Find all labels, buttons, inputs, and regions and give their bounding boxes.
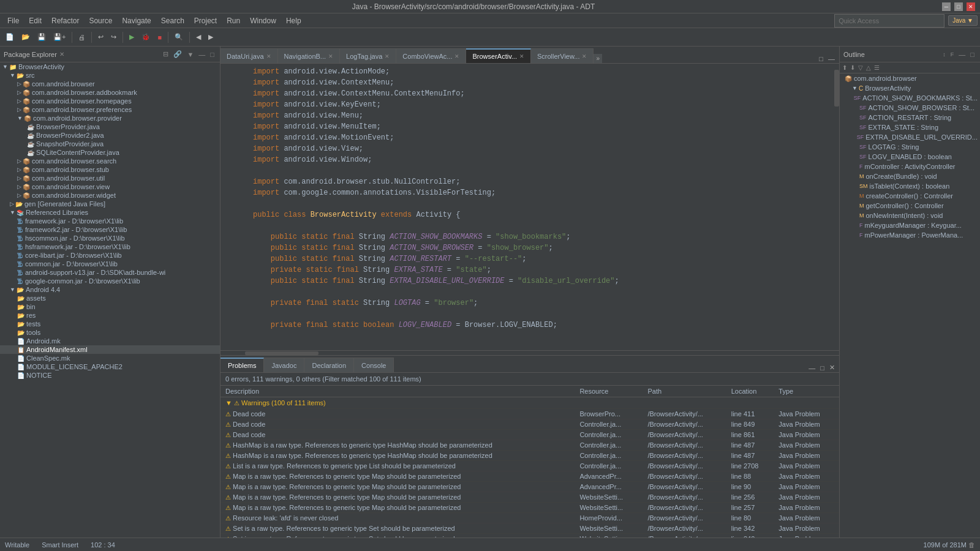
tab-close-btn[interactable]: ✕ [266, 53, 271, 59]
tree-item-com-android-browser[interactable]: ▷ 📦 com.android.browser [0, 80, 220, 88]
table-row[interactable]: ⚠ Map is a raw type. References to gener… [221, 471, 839, 482]
table-row[interactable]: ⚠ List is a raw type. References to gene… [221, 461, 839, 471]
open-button[interactable]: 📂 [18, 31, 33, 43]
problems-minimize[interactable]: — [807, 364, 817, 372]
tab-javadoc[interactable]: Javadoc [264, 358, 304, 372]
outline-minimize[interactable]: — [957, 50, 967, 59]
tree-item-notice[interactable]: 📄 NOTICE [0, 371, 220, 380]
pkg-menu[interactable]: ▼ [185, 50, 195, 59]
table-row[interactable]: ⚠ Set is a raw type. References to gener… [221, 523, 839, 534]
outline-item-field[interactable]: SF EXTRA_DISABLE_URL_OVERRID... [840, 132, 980, 142]
tree-item-sqlitecontentprovider[interactable]: ☕ SQLiteContentProvider.java [0, 148, 220, 157]
tab-comboviewac[interactable]: ComboViewAc... ✕ [396, 48, 466, 63]
tree-item-browserprovider[interactable]: ☕ BrowserProvider.java [0, 122, 220, 131]
save-all-button[interactable]: 💾+ [50, 31, 69, 43]
pkg-collapse-all[interactable]: ⊟ [161, 50, 170, 59]
tree-item-res[interactable]: 📂 res [0, 311, 220, 320]
outline-btn-4[interactable]: △ [865, 64, 872, 72]
new-button[interactable]: 📄 [2, 31, 17, 43]
table-row[interactable]: ⚠ Map is a raw type. References to gener… [221, 482, 839, 492]
outline-item-field[interactable]: SF ACTION_RESTART : String [840, 113, 980, 122]
redo-button[interactable]: ↪ [108, 31, 119, 43]
run-button[interactable]: ▶ [126, 31, 137, 43]
search-button[interactable]: 🔍 [172, 31, 186, 43]
tab-problems[interactable]: Problems [221, 358, 264, 372]
tree-item-androidmanifest[interactable]: 📋 AndroidManifest.xml [0, 345, 220, 354]
pkg-maximize[interactable]: □ [208, 50, 216, 59]
menu-project[interactable]: Project [189, 15, 222, 26]
editor-hscrollbar[interactable] [221, 350, 839, 355]
maximize-button[interactable]: □ [954, 2, 963, 11]
java-perspective-button[interactable]: Java ▼ [948, 15, 978, 26]
forward-button[interactable]: ▶ [205, 31, 216, 43]
outline-item-field[interactable]: F mPowerManager : PowerMana... [840, 230, 980, 240]
tree-item-homepages[interactable]: ▷ 📦 com.android.browser.homepages [0, 97, 220, 105]
outline-item-field[interactable]: F mKeyguardManager : Keyguar... [840, 220, 980, 230]
editor-scrollbar-track[interactable] [834, 64, 839, 350]
table-row[interactable]: ⚠ HashMap is a raw type. References to g… [221, 451, 839, 461]
tab-console[interactable]: Console [354, 358, 394, 372]
outline-item-class[interactable]: ▼ C BrowserActivity [840, 83, 980, 93]
tab-logtag[interactable]: LogTag.java ✕ [340, 48, 396, 63]
tab-dataurij[interactable]: DataUri.java ✕ [221, 48, 278, 63]
tree-item-widget[interactable]: ▷ 📦 com.android.browser.widget [0, 191, 220, 200]
menu-window[interactable]: Window [245, 15, 281, 26]
outline-item-package[interactable]: 📦 com.android.browser [840, 73, 980, 83]
tree-item-cleanspec[interactable]: 📄 CleanSpec.mk [0, 354, 220, 362]
tree-item-addbookmark[interactable]: ▷ 📦 com.android.browser.addbookmark [0, 88, 220, 97]
tree-item-googlecommon-jar[interactable]: 🗜 google-common.jar - D:\browser\X1\lib [0, 277, 220, 285]
outline-item-field[interactable]: SF LOGV_ENABLED : boolean [840, 152, 980, 162]
tree-item-src[interactable]: ▼ 📂 src [0, 71, 220, 80]
code-editor[interactable]: import android.view.ActionMode; import a… [221, 64, 839, 350]
tab-close-btn[interactable]: ✕ [582, 53, 587, 59]
outline-btn-2[interactable]: ⬇ [849, 64, 856, 72]
outline-btn-5[interactable]: ☰ [873, 64, 881, 72]
menu-run[interactable]: Run [222, 15, 245, 26]
table-row[interactable]: ⚠ Dead code Controller.ja... /BrowserAct… [221, 419, 839, 430]
tree-item-util[interactable]: ▷ 📦 com.android.browser.util [0, 174, 220, 182]
tree-item-android44[interactable]: ▼ 📂 Android 4.4 [0, 285, 220, 294]
tree-item-framework2-jar[interactable]: 🗜 framework2.jar - D:\browser\X1\lib [0, 225, 220, 234]
tree-item-androidmk[interactable]: 📄 Android.mk [0, 337, 220, 345]
tree-item-snapshotprovider[interactable]: ☕ SnapshotProvider.java [0, 140, 220, 148]
outline-item-method[interactable]: M onCreate(Bundle) : void [840, 171, 980, 181]
tree-item-stub[interactable]: ▷ 📦 com.android.browser.stub [0, 165, 220, 174]
menu-source[interactable]: Source [84, 15, 117, 26]
problems-close[interactable]: ✕ [827, 363, 837, 372]
table-row[interactable]: ⚠ Dead code Controller.ja... /BrowserAct… [221, 430, 839, 440]
menu-file[interactable]: File [2, 15, 24, 26]
menu-navigate[interactable]: Navigate [117, 15, 156, 26]
minimize-button[interactable]: ─ [942, 2, 951, 11]
editor-hscrollbar-thumb[interactable] [245, 351, 318, 355]
close-button[interactable]: ✕ [967, 2, 975, 11]
tree-item-corelibart-jar[interactable]: 🗜 core-libart.jar - D:\browser\X1\lib [0, 251, 220, 260]
tree-item-browserprovider2[interactable]: ☕ BrowserProvider2.java [0, 131, 220, 140]
table-row[interactable]: ⚠ Map is a raw type. References to gener… [221, 503, 839, 513]
outline-btn-3[interactable]: ▽ [857, 64, 864, 72]
pkg-link-editor[interactable]: 🔗 [172, 50, 184, 59]
outline-item-field[interactable]: SF ACTION_SHOW_BROWSER : St... [840, 103, 980, 113]
outline-item-field[interactable]: SF LOGTAG : String [840, 142, 980, 152]
tree-item-tools[interactable]: 📂 tools [0, 328, 220, 337]
tab-close-btn[interactable]: ✕ [328, 53, 333, 59]
table-row[interactable]: ⚠ Resource leak: 'afd' is never closed H… [221, 513, 839, 523]
problems-maximize[interactable]: □ [818, 364, 826, 372]
tab-navigationb[interactable]: NavigationB... ✕ [278, 48, 340, 63]
outline-maximize[interactable]: □ [968, 50, 976, 59]
tree-item-hscommon-jar[interactable]: 🗜 hscommon.jar - D:\browser\X1\lib [0, 234, 220, 242]
debug-button[interactable]: 🐞 [138, 31, 153, 43]
tree-item-modulelicense[interactable]: 📄 MODULE_LICENSE_APACHE2 [0, 362, 220, 371]
warnings-expand-arrow[interactable]: ▼ [225, 399, 234, 407]
outline-item-method[interactable]: M createController() : Controller [840, 191, 980, 201]
table-row[interactable]: ⚠ HashMap is a raw type. References to g… [221, 440, 839, 451]
tree-item-androidsupport-jar[interactable]: 🗜 android-support-v13.jar - D:\SDK\adt-b… [0, 268, 220, 277]
menu-refactor[interactable]: Refactor [47, 15, 84, 26]
tree-item-provider[interactable]: ▼ 📦 com.android.browser.provider [0, 114, 220, 122]
tree-item-tests[interactable]: 📂 tests [0, 320, 220, 328]
tab-close-btn[interactable]: ✕ [519, 53, 524, 59]
menu-search[interactable]: Search [156, 15, 189, 26]
back-button[interactable]: ◀ [193, 31, 204, 43]
tree-item-hsframework-jar[interactable]: 🗜 hsframework.jar - D:\browser\X1\lib [0, 242, 220, 251]
tab-declaration[interactable]: Declaration [304, 358, 354, 372]
table-row[interactable]: ⚠ Dead code BrowserPro... /BrowserActivi… [221, 409, 839, 419]
